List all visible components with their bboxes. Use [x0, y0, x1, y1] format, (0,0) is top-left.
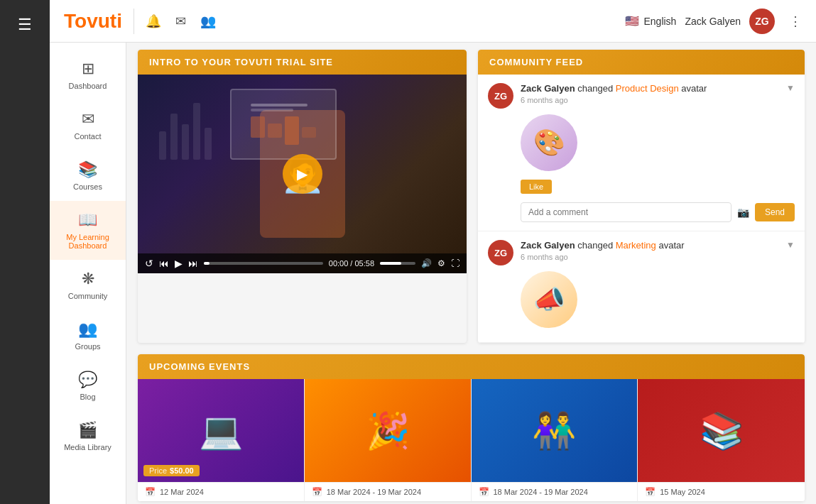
event-image-3: 👫 — [472, 379, 638, 482]
sidebar-label-groups: Groups — [75, 342, 100, 351]
event-date-text-1: 12 Mar 2024 — [160, 488, 204, 496]
sidebar-label-community: Community — [68, 292, 108, 300]
community-feed-header: COMMUNITY FEED — [478, 50, 805, 75]
topbar-divider — [134, 9, 134, 34]
feed-avatar-2: ZG — [488, 240, 513, 265]
like-button[interactable]: Like — [521, 180, 552, 194]
sidebar-item-courses[interactable]: 📚 Courses — [50, 150, 126, 201]
event-image-4: 📚 — [638, 379, 805, 482]
event-date-4: 📅 15 May 2024 — [638, 482, 805, 501]
price-label: Price — [149, 466, 167, 475]
volume-fill — [380, 262, 401, 265]
people-icon[interactable]: 👥 — [200, 13, 216, 29]
volume-bar[interactable] — [380, 262, 415, 265]
camera-icon[interactable]: 📷 — [737, 207, 749, 218]
language-selector[interactable]: 🇺🇸 English — [625, 14, 676, 28]
user-name: Zack Galyen — [685, 16, 741, 27]
event-card-2[interactable]: 🎉 📅 18 Mar 2024 - 19 Mar 2024 — [305, 379, 472, 501]
calendar-icon-3: 📅 — [479, 487, 489, 497]
event-date-text-3: 18 Mar 2024 - 19 Mar 2024 — [494, 488, 588, 496]
feed-username-2: Zack Galyen — [521, 240, 575, 251]
event-image-1: 💻 Price $50.00 — [138, 379, 304, 482]
event-emoji-4: 📚 — [700, 410, 744, 451]
feed-chevron-icon[interactable]: ▼ — [786, 83, 795, 93]
topbar: Tovuti 🔔 ✉ 👥 🇺🇸 English Zack Galyen ZG ⋮ — [50, 0, 816, 43]
feed-item-header: ZG Zack Galyen changed Product Design av… — [488, 83, 795, 109]
sidebar-label-contact: Contact — [75, 132, 102, 141]
feed-link[interactable]: Product Design — [616, 83, 679, 94]
intro-section: INTRO TO YOUR TOVUTI TRIAL SITE 🧑 — [138, 50, 467, 343]
notification-icon[interactable]: 🔔 — [146, 13, 161, 29]
video-player[interactable]: 🧑‍💼 — [138, 75, 467, 273]
hamburger-button[interactable]: ☰ — [18, 7, 32, 43]
sidebar-item-my-learning[interactable]: 📖 My Learning Dashboard — [50, 201, 126, 260]
blog-icon: 💬 — [78, 371, 97, 389]
price-value: $50.00 — [170, 466, 194, 475]
event-emoji-2: 🎉 — [366, 410, 410, 451]
community-icon: ❋ — [82, 270, 94, 288]
video-controls: ↺ ⏮ ▶ ⏭ 00:00 / 05:58 🔊 — [138, 253, 467, 273]
feed-image-2: 📣 — [521, 271, 577, 328]
avatar[interactable]: ZG — [749, 9, 775, 34]
event-date-text-4: 15 May 2024 — [660, 488, 705, 496]
send-button[interactable]: Send — [755, 203, 795, 221]
feed-body: ZG Zack Galyen changed Product Design av… — [478, 75, 805, 343]
feed-chevron-icon-2[interactable]: ▼ — [786, 240, 795, 250]
event-emoji-3: 👫 — [532, 410, 576, 451]
calendar-icon-2: 📅 — [312, 487, 322, 497]
sidebar-item-community[interactable]: ❋ Community — [50, 260, 126, 310]
event-date-text-2: 18 Mar 2024 - 19 Mar 2024 — [327, 488, 421, 496]
event-card-3[interactable]: 👫 📅 18 Mar 2024 - 19 Mar 2024 — [472, 379, 638, 501]
event-emoji-1: 💻 — [199, 410, 243, 451]
community-feed-section: COMMUNITY FEED ZG Zack Galyen changed Pr… — [478, 50, 805, 343]
event-date-3: 📅 18 Mar 2024 - 19 Mar 2024 — [472, 482, 638, 501]
back-button[interactable]: ⏮ — [159, 258, 169, 269]
forward-button[interactable]: ⏭ — [188, 258, 198, 269]
intro-section-header: INTRO TO YOUR TOVUTI TRIAL SITE — [138, 50, 467, 75]
play-pause-button[interactable]: ▶ — [175, 258, 183, 269]
feed-suffix-2: avatar — [658, 240, 684, 251]
sidebar-nav: ⊞ Dashboard ✉ Contact 📚 Courses 📖 My Lea… — [50, 0, 126, 504]
main-content: INTRO TO YOUR TOVUTI TRIAL SITE 🧑 — [126, 0, 816, 504]
courses-icon: 📚 — [78, 160, 97, 179]
language-label: English — [643, 16, 676, 27]
intro-section-body: 🧑‍💼 — [138, 75, 467, 273]
sidebar-item-contact[interactable]: ✉ Contact — [50, 100, 126, 150]
more-menu-button[interactable]: ⋮ — [789, 13, 802, 29]
volume-icon[interactable]: 🔊 — [421, 258, 432, 268]
topbar-right: 🇺🇸 English Zack Galyen ZG ⋮ — [625, 9, 802, 34]
progress-fill — [204, 262, 210, 265]
feed-item-header-2: ZG Zack Galyen changed Marketing avatar … — [488, 240, 795, 265]
comment-row: 📷 Send — [521, 202, 795, 222]
feed-suffix: avatar — [681, 83, 707, 94]
feed-item: ZG Zack Galyen changed Marketing avatar … — [478, 231, 805, 343]
feed-action: changed — [577, 83, 616, 94]
media-library-icon: 🎬 — [78, 421, 97, 439]
sidebar-label-courses: Courses — [73, 182, 102, 191]
event-image-2: 🎉 — [305, 379, 471, 482]
event-card[interactable]: 💻 Price $50.00 📅 12 Mar 2024 — [138, 379, 305, 501]
event-card-4[interactable]: 📚 📅 15 May 2024 — [638, 379, 805, 501]
settings-icon[interactable]: ⚙ — [437, 258, 445, 268]
logo: Tovuti — [64, 10, 122, 33]
rewind-button[interactable]: ↺ — [145, 258, 153, 269]
my-learning-icon: 📖 — [78, 211, 97, 229]
sidebar-item-dashboard[interactable]: ⊞ Dashboard — [50, 50, 126, 100]
progress-bar[interactable] — [204, 262, 323, 265]
comment-input[interactable] — [521, 202, 731, 222]
sidebar-item-media-library[interactable]: 🎬 Media Library — [50, 411, 126, 461]
calendar-icon-4: 📅 — [645, 487, 655, 497]
fullscreen-icon[interactable]: ⛶ — [451, 258, 459, 268]
logo-text: To — [64, 10, 87, 32]
sidebar-label-media-library: Media Library — [64, 443, 111, 451]
avatar-initials: ZG — [755, 16, 768, 27]
mail-icon[interactable]: ✉ — [175, 13, 186, 29]
sidebar-item-blog[interactable]: 💬 Blog — [50, 361, 126, 411]
dashboard-icon: ⊞ — [82, 60, 94, 78]
sidebar-label-my-learning: My Learning Dashboard — [55, 233, 120, 250]
play-button[interactable]: ▶ — [283, 154, 322, 194]
feed-link-2[interactable]: Marketing — [616, 240, 656, 251]
event-price-badge: Price $50.00 — [143, 465, 200, 476]
feed-action-2: changed — [577, 240, 616, 251]
sidebar-item-groups[interactable]: 👥 Groups — [50, 310, 126, 361]
